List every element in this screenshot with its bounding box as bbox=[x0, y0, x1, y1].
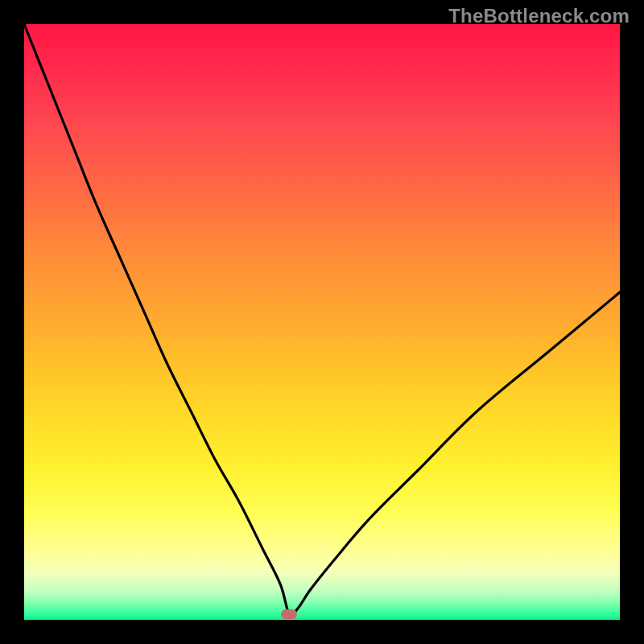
plot-area bbox=[24, 24, 620, 620]
curve-path bbox=[24, 24, 620, 615]
chart-frame: TheBottleneck.com bbox=[0, 0, 644, 644]
bottleneck-curve bbox=[24, 24, 620, 620]
optimum-marker bbox=[281, 609, 297, 619]
